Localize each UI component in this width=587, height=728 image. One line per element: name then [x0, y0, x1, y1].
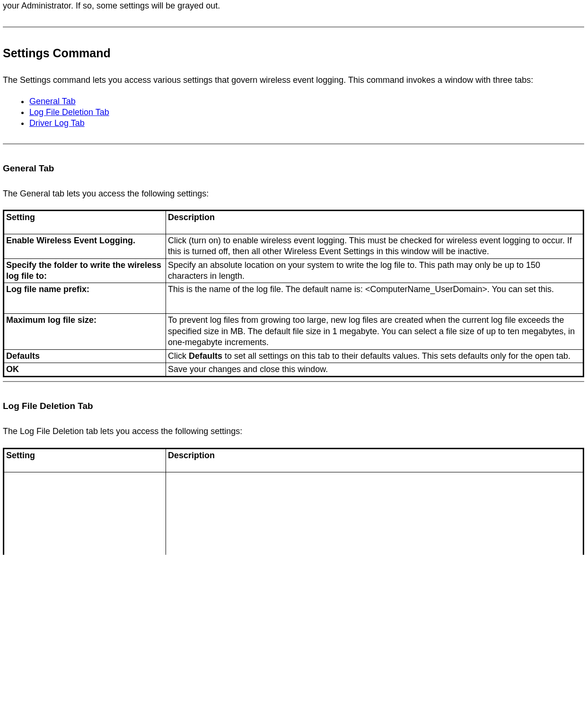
log-file-deletion-tab-heading: Log File Deletion Tab: [3, 401, 584, 411]
list-item: Log File Deletion Tab: [29, 107, 584, 117]
table-row: Enable Wireless Event Logging. Click (tu…: [4, 234, 584, 258]
table-row: Log file name prefix: This is the name o…: [4, 283, 584, 314]
list-item: General Tab: [29, 97, 584, 107]
divider: [3, 381, 584, 382]
table-row: Defaults Click Defaults to set all setti…: [4, 349, 584, 363]
col-header-setting: Setting: [4, 210, 166, 234]
log-file-deletion-table: Setting Description: [3, 448, 584, 555]
col-header-description: Description: [166, 448, 584, 472]
settings-command-intro: The Settings command lets you access var…: [3, 74, 584, 86]
setting-description: Save your changes and close this window.: [166, 363, 584, 377]
setting-description: Click Defaults to set all settings on th…: [166, 349, 584, 363]
col-header-setting: Setting: [4, 448, 166, 472]
link-log-file-deletion-tab[interactable]: Log File Deletion Tab: [29, 107, 109, 117]
general-tab-heading: General Tab: [3, 163, 584, 174]
general-tab-table: Setting Description Enable Wireless Even…: [3, 210, 584, 378]
tab-links-list: General Tab Log File Deletion Tab Driver…: [3, 97, 584, 128]
setting-description: Specify an absolute location on your sys…: [166, 258, 584, 283]
table-row: Maximum log file size: To prevent log fi…: [4, 314, 584, 349]
general-tab-intro: The General tab lets you access the foll…: [3, 188, 584, 199]
divider: [3, 143, 584, 144]
setting-name: Specify the folder to write the wireless…: [4, 258, 166, 283]
setting-name: OK: [4, 363, 166, 377]
setting-description: This is the name of the log file. The de…: [166, 283, 584, 314]
divider: [3, 27, 584, 27]
link-general-tab[interactable]: General Tab: [29, 97, 76, 106]
table-row: [4, 472, 584, 555]
setting-name: Log file name prefix:: [4, 283, 166, 314]
top-fragment-text: your Administrator. If so, some settings…: [3, 0, 584, 11]
setting-name: Enable Wireless Event Logging.: [4, 234, 166, 258]
log-file-deletion-tab-intro: The Log File Deletion tab lets you acces…: [3, 426, 584, 437]
setting-name: Defaults: [4, 349, 166, 363]
setting-name: [4, 472, 166, 555]
col-header-description: Description: [166, 210, 584, 234]
desc-pre: Click: [168, 351, 189, 361]
table-header-row: Setting Description: [4, 448, 584, 472]
link-driver-log-tab[interactable]: Driver Log Tab: [29, 118, 85, 128]
settings-command-heading: Settings Command: [3, 46, 584, 60]
table-row: OK Save your changes and close this wind…: [4, 363, 584, 377]
desc-bold: Defaults: [189, 351, 222, 361]
desc-post: to set all settings on this tab to their…: [222, 351, 570, 361]
table-row: Specify the folder to write the wireless…: [4, 258, 584, 283]
setting-description: Click (turn on) to enable wireless event…: [166, 234, 584, 258]
setting-description: [166, 472, 584, 555]
setting-name: Maximum log file size:: [4, 314, 166, 349]
setting-description: To prevent log files from growing too la…: [166, 314, 584, 349]
list-item: Driver Log Tab: [29, 118, 584, 128]
table-header-row: Setting Description: [4, 210, 584, 234]
